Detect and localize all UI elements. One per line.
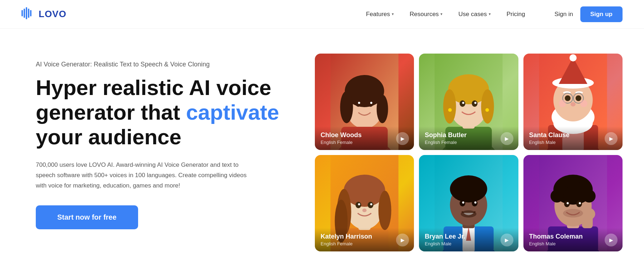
svg-point-85: [555, 184, 566, 194]
play-button-thomas[interactable]: ▶: [605, 234, 618, 246]
start-now-button[interactable]: Start now for free: [36, 205, 138, 229]
hero-title-highlight: captivate: [186, 100, 279, 124]
svg-point-75: [474, 201, 477, 204]
voice-lang-chloe: English Female: [321, 140, 408, 145]
nav-usecases[interactable]: Use cases ▾: [450, 7, 498, 21]
voice-lang-thomas: English Male: [529, 241, 617, 246]
hero-description: 700,000 users love LOVO AI. Award-winnin…: [36, 160, 250, 191]
voice-lang-katelyn: English Female: [321, 241, 408, 246]
play-button-sophia[interactable]: ▶: [501, 132, 513, 145]
nav-resources[interactable]: Resources ▾: [402, 7, 450, 21]
svg-point-41: [569, 54, 576, 61]
svg-point-63: [362, 209, 367, 212]
svg-rect-4: [30, 10, 31, 16]
svg-point-48: [580, 100, 587, 107]
svg-point-94: [563, 209, 583, 218]
voice-card-sophia[interactable]: Sophia Butler English Female ▶: [419, 54, 518, 150]
svg-point-45: [565, 95, 570, 101]
svg-point-90: [566, 202, 569, 204]
voice-name-sophia: Sophia Butler: [425, 131, 512, 139]
voice-card-chloe[interactable]: Chloe Woods English Female ▶: [315, 54, 414, 150]
voice-name-katelyn: Katelyn Harrison: [321, 233, 408, 240]
hero-title-part2: your audience: [36, 125, 181, 149]
hero-section: AI Voice Generator: Realistic Text to Sp…: [0, 29, 644, 266]
svg-point-61: [358, 203, 360, 205]
svg-point-91: [579, 202, 581, 204]
svg-point-23: [443, 89, 456, 124]
svg-point-74: [462, 201, 464, 204]
svg-point-14: [358, 102, 360, 104]
chevron-down-icon: ▾: [392, 12, 394, 16]
logo[interactable]: LOVO: [21, 7, 67, 21]
voice-card-bryan[interactable]: Bryan Lee Jr. English Male ▶: [419, 155, 518, 251]
svg-point-57: [379, 191, 391, 230]
voice-name-bryan: Bryan Lee Jr.: [425, 233, 512, 240]
svg-point-62: [370, 203, 372, 205]
logo-text: LOVO: [39, 9, 67, 20]
voice-name-thomas: Thomas Coleman: [529, 233, 617, 240]
svg-point-71: [450, 175, 487, 202]
chevron-down-icon: ▾: [489, 12, 491, 16]
svg-point-11: [377, 95, 388, 123]
svg-point-76: [461, 210, 477, 218]
svg-point-86: [580, 184, 591, 194]
nav-features[interactable]: Features ▾: [358, 7, 402, 21]
voice-lang-santa: English Male: [529, 140, 617, 145]
svg-rect-93: [582, 212, 592, 228]
sign-up-button[interactable]: Sign up: [580, 6, 623, 22]
svg-point-27: [462, 102, 464, 104]
voice-card-thomas[interactable]: Thomas Coleman English Male ▶: [523, 155, 623, 251]
nav-auth: Sign in Sign up: [555, 6, 623, 22]
svg-rect-2: [26, 7, 27, 19]
hero-left: AI Voice Generator: Realistic Text to Sp…: [36, 50, 286, 229]
nav-pricing[interactable]: Pricing: [499, 7, 533, 21]
svg-point-28: [474, 102, 477, 104]
sign-in-link[interactable]: Sign in: [555, 11, 573, 18]
svg-point-10: [340, 91, 353, 123]
hero-subtitle: AI Voice Generator: Realistic Text to Sp…: [36, 61, 286, 68]
voice-card-katelyn[interactable]: Katelyn Harrison English Female ▶: [315, 155, 414, 251]
svg-rect-0: [21, 10, 23, 16]
svg-point-87: [566, 178, 579, 191]
play-button-santa[interactable]: ▶: [605, 132, 618, 145]
voice-name-chloe: Chloe Woods: [321, 131, 408, 139]
svg-point-15: [370, 102, 372, 104]
voice-card-santa[interactable]: Santa Clause English Male ▶: [523, 54, 623, 150]
voice-grid: Chloe Woods English Female ▶: [315, 50, 623, 251]
svg-rect-1: [24, 9, 25, 18]
svg-point-29: [448, 108, 452, 112]
svg-rect-3: [28, 9, 29, 18]
navigation: LOVO Features ▾ Resources ▾ Use cases ▾ …: [0, 0, 644, 29]
nav-links: Features ▾ Resources ▾ Use cases ▾ Prici…: [358, 7, 533, 21]
voice-lang-sophia: English Female: [425, 140, 512, 145]
logo-icon: [21, 7, 36, 21]
svg-point-24: [481, 89, 494, 124]
svg-point-47: [558, 100, 566, 107]
svg-point-49: [570, 102, 575, 106]
hero-title: Hyper realistic AI voice generator that …: [36, 75, 286, 149]
svg-point-46: [575, 95, 581, 101]
chevron-down-icon: ▾: [440, 12, 443, 16]
voice-lang-bryan: English Male: [425, 241, 512, 246]
play-button-bryan[interactable]: ▶: [501, 234, 513, 246]
svg-point-30: [486, 108, 489, 112]
voice-name-santa: Santa Clause: [529, 131, 617, 139]
